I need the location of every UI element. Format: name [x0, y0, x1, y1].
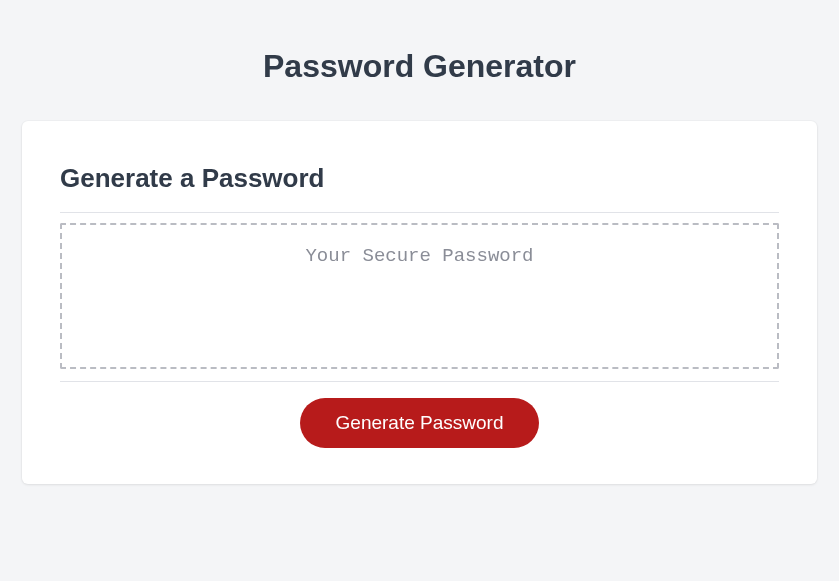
generate-button[interactable]: Generate Password	[300, 398, 540, 448]
page-title: Password Generator	[0, 0, 839, 121]
card-heading: Generate a Password	[60, 163, 779, 194]
button-row: Generate Password	[60, 398, 779, 448]
generator-card: Generate a Password Your Secure Password…	[22, 121, 817, 484]
password-output: Your Secure Password	[60, 223, 779, 369]
divider-bottom	[60, 381, 779, 382]
divider-top	[60, 212, 779, 213]
